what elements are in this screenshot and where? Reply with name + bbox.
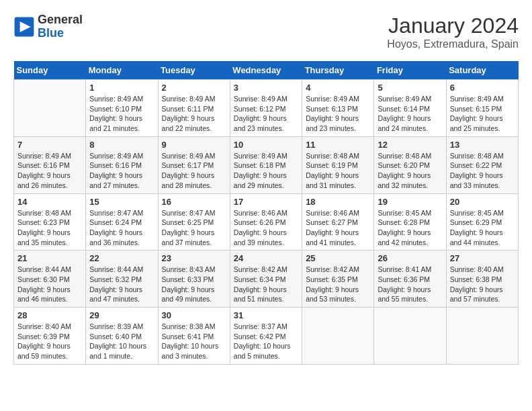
day-info: Sunrise: 8:46 AMSunset: 6:26 PMDaylight:… [234, 208, 298, 248]
day-number: 16 [162, 197, 226, 207]
day-number: 13 [450, 140, 515, 150]
header-day-saturday: Saturday [446, 61, 518, 80]
day-cell: 28Sunrise: 8:40 AMSunset: 6:39 PMDayligh… [14, 308, 86, 365]
day-cell: 19Sunrise: 8:45 AMSunset: 6:28 PMDayligh… [374, 193, 446, 250]
day-number: 22 [89, 253, 154, 263]
day-number: 19 [378, 197, 442, 207]
day-cell: 13Sunrise: 8:48 AMSunset: 6:22 PMDayligh… [446, 136, 518, 193]
day-info: Sunrise: 8:49 AMSunset: 6:16 PMDaylight:… [17, 151, 82, 191]
day-info: Sunrise: 8:45 AMSunset: 6:29 PMDaylight:… [450, 208, 515, 248]
calendar-header: SundayMondayTuesdayWednesdayThursdayFrid… [14, 61, 519, 80]
day-info: Sunrise: 8:49 AMSunset: 6:15 PMDaylight:… [450, 94, 515, 134]
day-cell: 12Sunrise: 8:48 AMSunset: 6:20 PMDayligh… [374, 136, 446, 193]
day-cell: 26Sunrise: 8:41 AMSunset: 6:36 PMDayligh… [374, 250, 446, 308]
header-day-thursday: Thursday [302, 61, 374, 80]
day-cell: 21Sunrise: 8:44 AMSunset: 6:30 PMDayligh… [14, 250, 86, 308]
day-cell: 3Sunrise: 8:49 AMSunset: 6:12 PMDaylight… [230, 80, 302, 137]
day-cell: 10Sunrise: 8:49 AMSunset: 6:18 PMDayligh… [230, 136, 302, 193]
header-day-tuesday: Tuesday [158, 61, 230, 80]
day-number: 12 [378, 140, 442, 150]
day-info: Sunrise: 8:49 AMSunset: 6:11 PMDaylight:… [162, 94, 226, 134]
day-cell: 23Sunrise: 8:43 AMSunset: 6:33 PMDayligh… [158, 250, 230, 308]
day-number: 26 [378, 253, 442, 263]
day-number: 2 [162, 83, 226, 93]
day-cell: 22Sunrise: 8:44 AMSunset: 6:32 PMDayligh… [86, 250, 158, 308]
day-cell: 4Sunrise: 8:49 AMSunset: 6:13 PMDaylight… [302, 80, 374, 137]
day-info: Sunrise: 8:49 AMSunset: 6:16 PMDaylight:… [89, 151, 154, 191]
day-number: 11 [306, 140, 370, 150]
day-info: Sunrise: 8:48 AMSunset: 6:23 PMDaylight:… [17, 208, 82, 248]
day-number: 6 [450, 83, 515, 93]
day-number: 23 [162, 253, 226, 263]
day-cell: 20Sunrise: 8:45 AMSunset: 6:29 PMDayligh… [446, 193, 518, 250]
day-info: Sunrise: 8:44 AMSunset: 6:30 PMDaylight:… [17, 265, 82, 304]
day-cell: 9Sunrise: 8:49 AMSunset: 6:17 PMDaylight… [158, 136, 230, 193]
day-cell: 27Sunrise: 8:40 AMSunset: 6:38 PMDayligh… [446, 250, 518, 308]
day-cell: 30Sunrise: 8:38 AMSunset: 6:41 PMDayligh… [158, 308, 230, 365]
day-cell [446, 308, 518, 365]
day-info: Sunrise: 8:47 AMSunset: 6:25 PMDaylight:… [162, 208, 226, 248]
day-cell: 1Sunrise: 8:49 AMSunset: 6:10 PMDaylight… [86, 80, 158, 137]
day-info: Sunrise: 8:48 AMSunset: 6:20 PMDaylight:… [378, 151, 442, 191]
header-day-wednesday: Wednesday [230, 61, 302, 80]
day-cell: 11Sunrise: 8:48 AMSunset: 6:19 PMDayligh… [302, 136, 374, 193]
day-number: 15 [89, 197, 154, 207]
day-cell: 14Sunrise: 8:48 AMSunset: 6:23 PMDayligh… [14, 193, 86, 250]
logo-icon [13, 16, 35, 38]
day-number: 14 [17, 197, 82, 207]
day-number: 20 [450, 197, 515, 207]
day-info: Sunrise: 8:47 AMSunset: 6:24 PMDaylight:… [89, 208, 154, 248]
logo-text: General Blue [38, 13, 83, 40]
day-info: Sunrise: 8:37 AMSunset: 6:42 PMDaylight:… [234, 322, 298, 361]
day-number: 24 [234, 253, 298, 263]
header-row: SundayMondayTuesdayWednesdayThursdayFrid… [14, 61, 519, 80]
day-info: Sunrise: 8:41 AMSunset: 6:36 PMDaylight:… [378, 265, 442, 304]
day-info: Sunrise: 8:49 AMSunset: 6:18 PMDaylight:… [234, 151, 298, 191]
day-info: Sunrise: 8:42 AMSunset: 6:34 PMDaylight:… [234, 265, 298, 304]
day-number: 8 [89, 140, 154, 150]
day-info: Sunrise: 8:49 AMSunset: 6:17 PMDaylight:… [162, 151, 226, 191]
logo: General Blue [13, 13, 83, 40]
day-number: 29 [89, 310, 154, 320]
day-number: 3 [234, 83, 298, 93]
day-cell: 5Sunrise: 8:49 AMSunset: 6:14 PMDaylight… [374, 80, 446, 137]
header-day-monday: Monday [86, 61, 158, 80]
week-row-4: 21Sunrise: 8:44 AMSunset: 6:30 PMDayligh… [14, 250, 519, 308]
day-number: 28 [17, 310, 82, 320]
day-info: Sunrise: 8:49 AMSunset: 6:13 PMDaylight:… [306, 94, 370, 134]
day-number: 21 [17, 253, 82, 263]
week-row-2: 7Sunrise: 8:49 AMSunset: 6:16 PMDaylight… [14, 136, 519, 193]
day-cell: 6Sunrise: 8:49 AMSunset: 6:15 PMDaylight… [446, 80, 518, 137]
calendar-table: SundayMondayTuesdayWednesdayThursdayFrid… [13, 61, 519, 365]
day-cell: 24Sunrise: 8:42 AMSunset: 6:34 PMDayligh… [230, 250, 302, 308]
day-info: Sunrise: 8:49 AMSunset: 6:14 PMDaylight:… [378, 94, 442, 134]
day-info: Sunrise: 8:40 AMSunset: 6:39 PMDaylight:… [17, 322, 82, 361]
day-info: Sunrise: 8:39 AMSunset: 6:40 PMDaylight:… [89, 322, 154, 361]
day-number: 17 [234, 197, 298, 207]
page-header: General Blue January 2024 Hoyos, Extrema… [13, 13, 519, 50]
day-info: Sunrise: 8:38 AMSunset: 6:41 PMDaylight:… [162, 322, 226, 361]
day-info: Sunrise: 8:44 AMSunset: 6:32 PMDaylight:… [89, 265, 154, 304]
day-info: Sunrise: 8:46 AMSunset: 6:27 PMDaylight:… [306, 208, 370, 248]
day-cell [302, 308, 374, 365]
day-info: Sunrise: 8:43 AMSunset: 6:33 PMDaylight:… [162, 265, 226, 304]
calendar-subtitle: Hoyos, Extremadura, Spain [387, 38, 519, 50]
day-cell: 17Sunrise: 8:46 AMSunset: 6:26 PMDayligh… [230, 193, 302, 250]
day-number: 30 [162, 310, 226, 320]
day-cell: 7Sunrise: 8:49 AMSunset: 6:16 PMDaylight… [14, 136, 86, 193]
day-number: 10 [234, 140, 298, 150]
day-number: 1 [89, 83, 154, 93]
day-cell: 16Sunrise: 8:47 AMSunset: 6:25 PMDayligh… [158, 193, 230, 250]
day-cell: 18Sunrise: 8:46 AMSunset: 6:27 PMDayligh… [302, 193, 374, 250]
day-info: Sunrise: 8:48 AMSunset: 6:22 PMDaylight:… [450, 151, 515, 191]
header-day-sunday: Sunday [14, 61, 86, 80]
week-row-1: 1Sunrise: 8:49 AMSunset: 6:10 PMDaylight… [14, 80, 519, 137]
day-number: 9 [162, 140, 226, 150]
day-info: Sunrise: 8:40 AMSunset: 6:38 PMDaylight:… [450, 265, 515, 304]
day-cell: 31Sunrise: 8:37 AMSunset: 6:42 PMDayligh… [230, 308, 302, 365]
day-cell: 25Sunrise: 8:42 AMSunset: 6:35 PMDayligh… [302, 250, 374, 308]
day-cell: 2Sunrise: 8:49 AMSunset: 6:11 PMDaylight… [158, 80, 230, 137]
day-cell: 29Sunrise: 8:39 AMSunset: 6:40 PMDayligh… [86, 308, 158, 365]
day-info: Sunrise: 8:49 AMSunset: 6:10 PMDaylight:… [89, 94, 154, 134]
day-info: Sunrise: 8:45 AMSunset: 6:28 PMDaylight:… [378, 208, 442, 248]
